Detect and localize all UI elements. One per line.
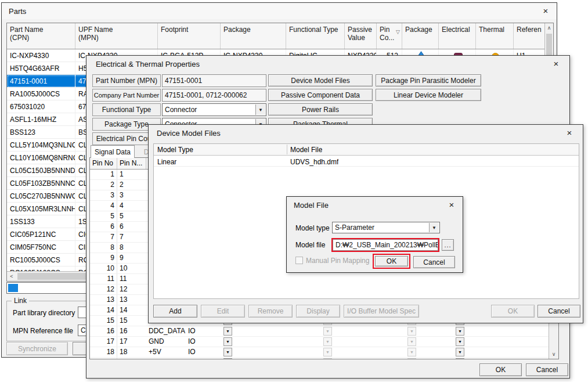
synchronize-button[interactable]: Synchronize	[6, 342, 68, 355]
package-pin-parasitic-modeler-button[interactable]: Package Pin Parasitic Modeler	[376, 74, 481, 87]
io-type-combo[interactable]: IO▼	[186, 326, 233, 336]
pin-name-cell: 7	[117, 232, 146, 242]
chevron-down-icon[interactable]: ▼	[323, 348, 332, 356]
value-combo[interactable]: ▼	[417, 358, 466, 359]
chevron-down-icon[interactable]: ▼	[223, 327, 232, 336]
chevron-down-icon[interactable]: ▼	[323, 337, 332, 346]
remove-button[interactable]: Remove	[248, 305, 293, 318]
pin-table-row[interactable]: 1818+5VIO▼▼▼▼	[90, 347, 549, 358]
pin-column-header[interactable]: Pin N...	[117, 158, 146, 169]
pin-name-cell: 12	[117, 284, 146, 294]
dmf-cancel-button[interactable]: Cancel	[538, 305, 580, 318]
pin-no-cell: 8	[90, 243, 117, 253]
part-library-directory-label: Part library directory	[13, 309, 75, 317]
parts-column-header[interactable]: Passive Value	[345, 23, 377, 49]
parts-column-header[interactable]: Footprint	[158, 23, 221, 49]
tab-signal-data[interactable]: Signal Data	[91, 145, 135, 158]
pin-column-header[interactable]: Pin No	[90, 158, 117, 169]
parts-cell: CIM05F750NC	[7, 241, 75, 253]
model-combo[interactable]: ▼	[333, 358, 417, 359]
scroll-down-icon[interactable]: ∨	[549, 349, 558, 359]
scroll-left-icon[interactable]: <	[7, 272, 16, 281]
value-combo[interactable]: ▼	[417, 337, 466, 347]
parts-column-header[interactable]: Pin Co...▽	[377, 23, 402, 49]
passive-component-data-button[interactable]: Passive Component Data	[268, 89, 373, 101]
display-button[interactable]: Display	[296, 305, 340, 318]
browse-button[interactable]: ...	[442, 239, 454, 251]
model-combo[interactable]: ▼	[333, 337, 417, 347]
io-type-combo[interactable]: IO▼	[186, 337, 233, 347]
io-buffer-model-spec-button[interactable]: I/O Buffer Model Spec	[344, 305, 419, 318]
parts-column-header[interactable]: Electrical	[439, 23, 476, 49]
company-part-number-field[interactable]: 47151-0001, 0712-000062	[162, 89, 266, 102]
model-combo[interactable]: ▼	[233, 347, 333, 357]
column-divider	[287, 145, 287, 154]
chevron-down-icon[interactable]: ▼	[456, 358, 464, 359]
mf-close-icon[interactable]: ×	[445, 200, 458, 210]
chevron-down-icon[interactable]: ▼	[429, 223, 439, 232]
model-file-column-header[interactable]: Model File	[290, 145, 322, 154]
model-combo[interactable]: ▼	[333, 347, 417, 357]
io-type-combo[interactable]: IO▼	[186, 358, 233, 359]
parts-column-header[interactable]: Referen	[514, 23, 546, 49]
parts-column-header[interactable]: Part Name (CPN)	[7, 23, 75, 49]
etp-ok-button[interactable]: OK	[479, 363, 522, 376]
model-file-row[interactable]: Linear UDVS_hdh.dmf	[154, 156, 579, 167]
chevron-down-icon[interactable]: ▼	[456, 348, 464, 356]
pin-no-cell: 2	[90, 180, 117, 190]
parts-cell: RA1005J000CS	[7, 88, 75, 100]
edit-button[interactable]: Edit	[201, 305, 245, 318]
model-type-combo[interactable]: S-Parameter ▼	[332, 222, 440, 233]
functional-type-combo[interactable]: Connector ▼	[162, 103, 266, 116]
pin-table-row[interactable]: 1616DDC_DATAIO▼▼▼▼	[90, 326, 549, 337]
io-type-combo[interactable]: IO▼	[186, 347, 233, 357]
parts-column-header[interactable]: Package	[402, 23, 439, 49]
parts-column-header[interactable]: Functional Type	[286, 23, 345, 49]
chevron-down-icon[interactable]: ▼	[407, 358, 416, 359]
chevron-down-icon[interactable]: ▼	[255, 104, 265, 115]
chevron-down-icon[interactable]: ▼	[323, 358, 332, 359]
device-model-files-button[interactable]: Device Model Files	[268, 74, 373, 87]
chevron-down-icon[interactable]: ▼	[407, 348, 416, 356]
pin-name-cell: 3	[117, 190, 146, 200]
model-file-input[interactable]: D:₩2_USB_Main_200213₩PollEx_Dem	[333, 239, 438, 251]
model-combo[interactable]: ▼	[233, 326, 333, 336]
model-combo[interactable]: ▼	[233, 358, 333, 359]
parts-column-header[interactable]: UPF Name (MPN)	[75, 23, 158, 49]
scroll-up-icon[interactable]: ∧	[545, 23, 553, 33]
value-combo[interactable]: ▼	[417, 347, 466, 357]
power-rails-button[interactable]: Power Rails	[268, 103, 373, 116]
parts-column-header[interactable]: Package	[221, 23, 286, 49]
model-file-dialog: Model File × Model type S-Parameter ▼ Mo…	[286, 196, 463, 273]
pin-name-cell: 11	[117, 274, 146, 284]
dmf-close-icon[interactable]: ×	[563, 128, 576, 138]
chevron-down-icon[interactable]: ▼	[407, 327, 416, 336]
model-type-column-header[interactable]: Model Type	[157, 145, 193, 154]
linear-device-modeler-button[interactable]: Linear Device Modeler	[376, 89, 481, 101]
parts-column-header[interactable]: Thermal	[476, 23, 514, 49]
value-combo[interactable]: ▼	[417, 326, 466, 336]
dmf-ok-button[interactable]: OK	[491, 305, 535, 318]
chevron-down-icon[interactable]: ▼	[323, 327, 332, 336]
pin-name-cell: 13	[117, 295, 146, 305]
chevron-down-icon[interactable]: ▼	[407, 337, 416, 346]
part-number-mpn-field[interactable]: 47151-0001	[162, 74, 266, 87]
chevron-down-icon[interactable]: ▼	[223, 358, 232, 359]
mf-cancel-button[interactable]: Cancel	[413, 256, 455, 268]
etp-cancel-button[interactable]: Cancel	[526, 363, 568, 376]
parts-header: Part Name (CPN)UPF Name (MPN)FootprintPa…	[7, 23, 553, 49]
model-combo[interactable]: ▼	[333, 326, 417, 336]
signal-name-cell: HP_DET	[146, 358, 186, 359]
manual-pin-mapping-checkbox[interactable]	[295, 257, 303, 264]
parts-close-icon[interactable]: ×	[539, 6, 552, 16]
chevron-down-icon[interactable]: ▼	[456, 327, 464, 336]
mf-ok-button[interactable]: OK	[375, 256, 408, 266]
etp-close-icon[interactable]: ×	[550, 59, 562, 69]
chevron-down-icon[interactable]: ▼	[223, 348, 232, 356]
chevron-down-icon[interactable]: ▼	[223, 337, 232, 346]
add-button[interactable]: Add	[153, 305, 197, 318]
pin-table-row[interactable]: 1717GNDIO▼▼▼▼	[90, 337, 549, 347]
chevron-down-icon[interactable]: ▼	[456, 337, 464, 346]
model-combo[interactable]: ▼	[233, 337, 333, 347]
pin-table-row[interactable]: 1919HP_DETIO▼▼▼▼	[90, 358, 549, 359]
